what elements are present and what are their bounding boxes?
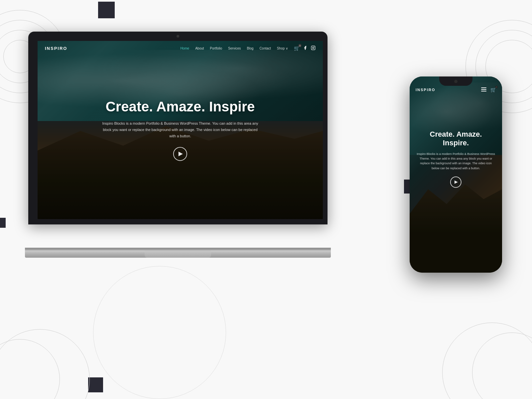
phone-camera bbox=[454, 80, 458, 83]
laptop-navbar: INSPIRO Home About Portfolio Services Bl… bbox=[38, 41, 323, 56]
laptop-bezel: INSPIRO Home About Portfolio Services Bl… bbox=[28, 32, 328, 224]
deco-square-3 bbox=[0, 218, 6, 228]
phone-play-button[interactable] bbox=[450, 177, 462, 188]
svg-rect-3 bbox=[481, 87, 486, 88]
phone-hero-subtitle: Inspiro Blocks is a modern Portfolio & B… bbox=[417, 151, 495, 171]
deco-circle-br-1 bbox=[472, 332, 532, 399]
laptop-mockup: INSPIRO Home About Portfolio Services Bl… bbox=[25, 32, 344, 258]
svg-rect-4 bbox=[481, 89, 486, 90]
laptop-hinge bbox=[25, 248, 331, 250]
phone-hero-title: Create. Amaze. Inspire. bbox=[417, 130, 495, 148]
deco-circle-br-2 bbox=[442, 323, 532, 399]
laptop-logo: INSPIRO bbox=[45, 46, 67, 51]
deco-circle-mid-bottom bbox=[93, 266, 226, 399]
scene: INSPIRO Home About Portfolio Services Bl… bbox=[0, 0, 532, 399]
deco-circle-bl-2 bbox=[0, 329, 90, 399]
laptop-instagram-icon[interactable] bbox=[311, 46, 316, 51]
laptop-facebook-icon[interactable] bbox=[303, 46, 308, 51]
phone-hero-content: Create. Amaze. Inspire. Inspiro Blocks i… bbox=[417, 130, 495, 188]
deco-square-4 bbox=[88, 377, 103, 392]
laptop-camera bbox=[177, 35, 179, 38]
laptop-hero-subtitle: Inspiro Blocks is a modern Portfolio & B… bbox=[100, 120, 260, 139]
phone-mockup: INSPIRO 🛒 bbox=[410, 76, 502, 273]
nav-link-about[interactable]: About bbox=[195, 47, 204, 50]
phone-screen: INSPIRO 🛒 bbox=[410, 76, 502, 273]
nav-link-blog[interactable]: Blog bbox=[247, 47, 253, 50]
svg-point-1 bbox=[313, 47, 314, 49]
nav-link-shop[interactable]: Shop ∨ bbox=[277, 47, 288, 50]
phone-navbar: INSPIRO 🛒 bbox=[410, 87, 502, 92]
nav-link-portfolio[interactable]: Portfolio bbox=[210, 47, 222, 50]
deco-square-1 bbox=[98, 2, 115, 18]
laptop-base bbox=[25, 250, 331, 258]
phone-cart-icon[interactable]: 🛒 bbox=[490, 87, 496, 92]
nav-link-home[interactable]: Home bbox=[181, 47, 190, 50]
svg-rect-0 bbox=[311, 46, 315, 50]
laptop-hero-content: Create. Amaze. Inspire Inspiro Blocks is… bbox=[66, 99, 294, 161]
laptop-foot bbox=[145, 250, 211, 258]
laptop-hero-title: Create. Amaze. Inspire bbox=[66, 99, 294, 114]
laptop-cart-icon[interactable]: 🛒 0 bbox=[294, 46, 300, 51]
svg-point-2 bbox=[314, 47, 315, 47]
deco-circle-bl-1 bbox=[0, 339, 60, 399]
phone-logo: INSPIRO bbox=[416, 88, 435, 92]
phone-notch bbox=[439, 76, 472, 86]
laptop-cart-badge: 0 bbox=[298, 44, 302, 47]
laptop-nav-icons: 🛒 0 bbox=[294, 46, 316, 51]
phone-body: INSPIRO 🛒 bbox=[410, 76, 502, 273]
laptop-screen: INSPIRO Home About Portfolio Services Bl… bbox=[38, 41, 323, 219]
phone-menu-icon[interactable] bbox=[481, 87, 486, 92]
phone-nav-right: 🛒 bbox=[481, 87, 496, 92]
laptop-play-button[interactable] bbox=[173, 147, 187, 161]
laptop-nav-links: Home About Portfolio Services Blog Conta… bbox=[181, 47, 288, 50]
nav-link-services[interactable]: Services bbox=[228, 47, 241, 50]
phone-cart-badge bbox=[495, 86, 498, 88]
nav-link-contact[interactable]: Contact bbox=[259, 47, 271, 50]
svg-rect-5 bbox=[481, 91, 486, 91]
